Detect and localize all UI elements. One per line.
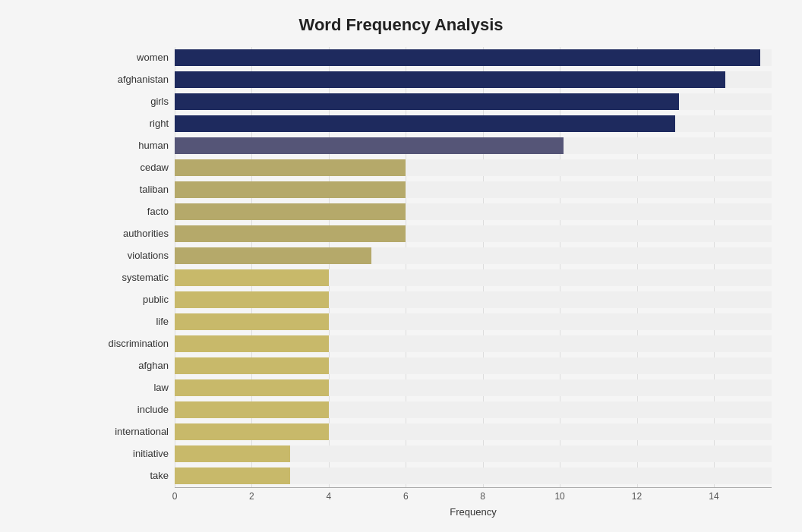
bar-fill — [175, 467, 290, 484]
bar-label: girls — [91, 96, 175, 107]
x-tick: 12 — [632, 491, 642, 502]
bar-label: violations — [91, 250, 175, 261]
bar-fill — [175, 49, 760, 66]
bar-label: public — [91, 294, 175, 305]
x-tick: 0 — [172, 491, 178, 502]
bar-label: right — [91, 118, 175, 129]
bar-fill — [175, 115, 675, 132]
bar-row: facto — [175, 201, 772, 222]
bar-fill — [175, 93, 679, 110]
chart-title: Word Frequency Analysis — [30, 15, 772, 35]
bar-row: girls — [175, 91, 772, 112]
x-tick: 10 — [554, 491, 564, 502]
bar-fill — [175, 137, 564, 154]
bar-label: taliban — [91, 184, 175, 195]
bar-fill — [175, 291, 329, 308]
x-tick: 4 — [326, 491, 331, 502]
bar-fill — [175, 225, 406, 242]
bar-fill — [175, 335, 329, 352]
bar-row: afghan — [175, 355, 772, 376]
bar-label: afghan — [91, 360, 175, 371]
bar-row: cedaw — [175, 157, 772, 178]
bar-label: human — [91, 140, 175, 151]
x-axis-label: Frequency — [175, 506, 772, 518]
bar-row: life — [175, 311, 772, 332]
bar-row: international — [175, 421, 772, 442]
bar-fill — [175, 357, 329, 374]
bar-label: systematic — [91, 272, 175, 283]
bar-label: include — [91, 404, 175, 415]
bar-fill — [175, 181, 406, 198]
bar-row: afghanistan — [175, 69, 772, 90]
bar-fill — [175, 445, 290, 462]
bar-label: afghanistan — [91, 74, 175, 85]
bar-row: taliban — [175, 179, 772, 200]
bar-row: include — [175, 399, 772, 420]
x-tick: 2 — [249, 491, 254, 502]
bar-row: systematic — [175, 267, 772, 288]
bar-fill — [175, 203, 406, 220]
bar-row: authorities — [175, 223, 772, 244]
bar-label: initiative — [91, 448, 175, 459]
bar-fill — [175, 159, 406, 176]
bar-row: discrimination — [175, 333, 772, 354]
bar-label: international — [91, 426, 175, 437]
bar-row: initiative — [175, 443, 772, 464]
bar-label: discrimination — [91, 338, 175, 349]
bar-fill — [175, 269, 329, 286]
bar-row: violations — [175, 245, 772, 266]
bar-row: human — [175, 135, 772, 156]
bar-fill — [175, 401, 329, 418]
bar-row: take — [175, 465, 772, 486]
bar-fill — [175, 247, 371, 264]
bar-label: life — [91, 316, 175, 327]
bar-label: women — [91, 52, 175, 63]
bar-fill — [175, 313, 329, 330]
bar-row: women — [175, 47, 772, 68]
bar-label: cedaw — [91, 162, 175, 173]
chart-container: Word Frequency Analysis womenafghanistan… — [0, 0, 802, 532]
bar-fill — [175, 423, 329, 440]
x-tick: 14 — [709, 491, 718, 502]
bar-row: public — [175, 289, 772, 310]
bar-row: law — [175, 377, 772, 398]
bar-fill — [175, 71, 725, 88]
bar-label: take — [91, 470, 175, 481]
bar-row: right — [175, 113, 772, 134]
x-tick: 6 — [403, 491, 409, 502]
bar-label: authorities — [91, 228, 175, 239]
x-tick: 8 — [480, 491, 485, 502]
bar-label: facto — [91, 206, 175, 217]
bar-label: law — [91, 382, 175, 393]
bar-fill — [175, 379, 329, 396]
